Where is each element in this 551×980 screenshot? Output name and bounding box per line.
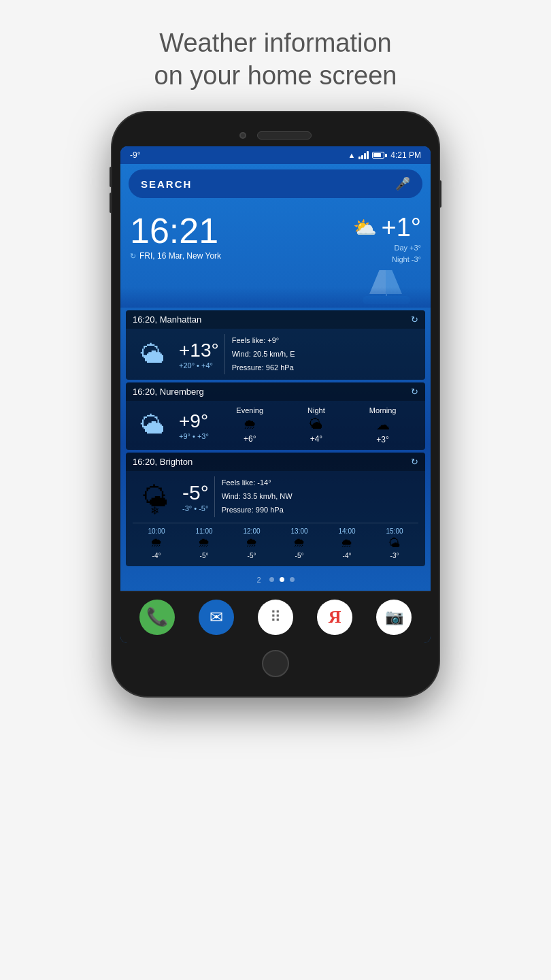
home-button[interactable] [262,650,289,677]
brighton-refresh-icon[interactable]: ↻ [411,457,418,467]
nav-apps-button[interactable]: ⠿ [258,600,293,635]
hourly-item-2: 12:00 🌨 -5° [243,527,260,559]
nav-phone-button[interactable]: 📞 [139,600,175,635]
manhattan-header: 16:20, Manhattan ↻ [126,310,425,329]
nav-yandex-button[interactable]: Я [317,600,352,635]
hourly-temp-3: -5° [295,552,304,559]
phone-nav-icon: 📞 [146,606,168,627]
morning-label: Morning [369,406,397,414]
sea-decoration [120,270,431,308]
nuremberg-current-temp: +9° [179,410,209,432]
manhattan-refresh-icon[interactable]: ↻ [411,314,418,325]
brighton-main: 🌤 ❄ -5° -3° • -5° Feels like: -14° Wind:… [133,476,418,517]
page-dot-3[interactable] [290,577,295,582]
phone-bottom-bar [120,650,431,677]
morning-icon: ☁ [376,416,390,433]
clock-display: 16:21 [130,213,221,248]
brighton-temps: -5° -3° • -5° [182,476,209,517]
wave-decoration [120,287,431,308]
phone-top-bar [120,131,431,140]
weather-icon-temp: ⛅ +1° [353,213,421,242]
manhattan-temp-range: +20° • +4° [179,361,219,370]
evening-temp: +6° [244,434,256,444]
hourly-time-4: 14:00 [338,527,355,535]
signal-bars [358,151,369,159]
main-temperature: +1° [381,213,421,242]
brighton-current-temp: -5° [182,481,209,504]
nuremberg-weather-icon: 🌥 [133,411,173,440]
day-night-temps: Day +3° Night -3° [392,242,421,265]
night-icon: 🌥 [310,416,323,432]
manhattan-temps: +13° +20° • +4° [179,334,219,374]
search-bar[interactable]: SEARCH 🎤 [129,169,422,198]
status-bar: -9° ▲ 4:21 PM [120,146,431,164]
weather-condition-icon: ⛅ [353,216,377,239]
date-line: ↻ FRI, 16 Mar, New York [130,251,221,261]
manhattan-feels-like: Feels like: +9° [232,334,418,348]
page-dot-2[interactable] [280,577,284,582]
nuremberg-forecast: Evening 🌧 +6° Night 🌥 +4° Morning ☁ [214,406,418,444]
hourly-icon-3: 🌨 [293,536,305,551]
mic-icon[interactable]: 🎤 [395,176,410,191]
evening-forecast: Evening 🌧 +6° [236,406,263,444]
hourly-item-5: 15:00 🌤 -3° [386,527,403,559]
night-forecast: Night 🌥 +4° [307,406,325,444]
nav-messages-button[interactable]: ✉ [199,600,234,635]
hourly-time-1: 11:00 [195,527,212,535]
phone-speaker [257,131,312,140]
bar3 [364,153,366,159]
yandex-nav-icon: Я [329,607,341,627]
nuremberg-temp-range: +9° • +3° [179,432,209,440]
status-temp: -9° [130,150,140,160]
bar1 [358,157,361,159]
bottom-nav: 📞 ✉ ⠿ Я 📷 [120,591,431,643]
manhattan-current-temp: +13° [179,340,219,361]
phone-shell: -9° ▲ 4:21 PM [112,112,439,696]
page-dot-1[interactable] [269,577,274,582]
hourly-time-2: 12:00 [243,527,260,535]
hourly-time-5: 15:00 [386,527,403,535]
search-label: SEARCH [141,178,192,190]
nuremberg-header: 16:20, Nuremberg ↻ [126,382,425,401]
main-weather: 16:21 ↻ FRI, 16 Mar, New York ⛅ +1° Day … [120,203,431,270]
manhattan-location: 16:20, Manhattan [133,314,201,325]
hourly-item-0: 10:00 🌨 -4° [148,527,165,559]
nuremberg-refresh-icon[interactable]: ↻ [411,387,418,397]
volume-down-button[interactable] [110,193,112,213]
bar4 [367,151,369,159]
battery-icon [372,152,387,159]
brighton-details: Feels like: -14° Wind: 33.5 km/h, NW Pre… [214,476,418,517]
nuremberg-temps: +9° +9° • +3° [179,410,209,440]
phone-outer: -9° ▲ 4:21 PM [112,112,439,696]
hourly-item-3: 13:00 🌨 -5° [290,527,307,559]
hourly-temp-0: -4° [152,552,161,559]
manhattan-details: Feels like: +9° Wind: 20.5 km/h, E Press… [224,334,418,374]
messages-nav-icon: ✉ [210,608,223,627]
hourly-item-1: 11:00 🌨 -5° [195,527,212,559]
nuremberg-widget: 16:20, Nuremberg ↻ 🌥 +9° +9° • +3° Eveni… [126,382,425,450]
hourly-item-4: 14:00 🌧 -4° [338,527,355,559]
brighton-header: 16:20, Brighton ↻ [126,453,425,471]
hourly-icon-0: 🌨 [150,536,163,551]
power-button[interactable] [439,180,441,208]
night-temp: Night -3° [392,254,421,265]
bar2 [361,155,363,159]
manhattan-widget: 16:20, Manhattan ↻ 🌥 +13° +20° • +4° Fee… [126,310,425,380]
refresh-icon[interactable]: ↻ [130,252,136,261]
morning-forecast: Morning ☁ +3° [369,406,397,444]
manhattan-content: 🌥 +13° +20° • +4° Feels like: +9° Wind: … [126,329,425,380]
nuremberg-location: 16:20, Nuremberg [133,387,204,397]
status-icons: ▲ 4:21 PM [348,150,421,160]
manhattan-pressure: Pressure: 962 hPa [232,361,418,375]
nav-camera-button[interactable]: 📷 [376,600,412,635]
nuremberg-content: 🌥 +9° +9° • +3° Evening 🌧 +6° Night [126,401,425,450]
evening-icon: 🌧 [243,416,256,432]
page-number: 2 [256,576,261,584]
hourly-temp-2: -5° [248,552,256,559]
wifi-icon: ▲ [348,151,355,159]
hourly-temp-4: -4° [343,552,352,559]
tagline-line1: Weather information [159,29,391,57]
hourly-icon-5: 🌤 [388,536,401,551]
volume-up-button[interactable] [110,167,112,187]
hourly-time-0: 10:00 [148,527,165,535]
